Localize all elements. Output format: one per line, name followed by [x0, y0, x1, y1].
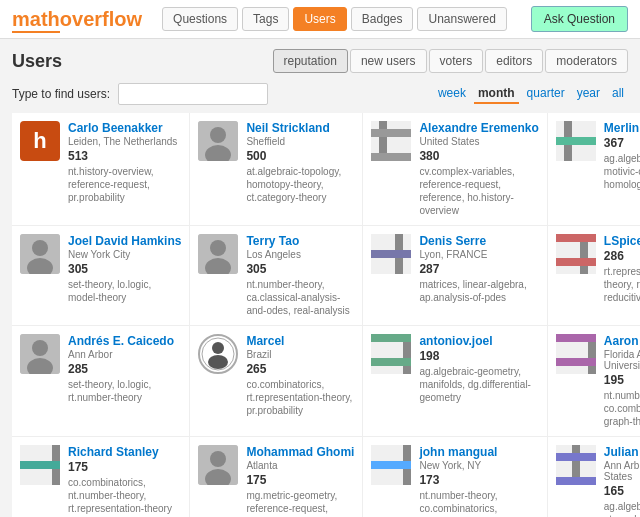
user-name[interactable]: Aaron Meyerowitz	[604, 334, 640, 348]
svg-rect-79	[371, 266, 379, 274]
filter-editors[interactable]: editors	[485, 49, 543, 73]
user-reputation: 380	[419, 149, 538, 163]
user-name[interactable]: Julian Rosen	[604, 445, 640, 459]
svg-rect-143	[580, 334, 588, 342]
nav-tags[interactable]: Tags	[242, 7, 289, 31]
user-avatar	[20, 334, 60, 374]
search-input[interactable]	[118, 83, 268, 105]
user-info: Julian Rosen Ann Arbor, MI, United State…	[604, 445, 640, 517]
filter-moderators[interactable]: moderators	[545, 49, 628, 73]
svg-rect-150	[556, 350, 564, 358]
user-info: Merlin 367 ag.algebraic-geometry, motivi…	[604, 121, 640, 191]
svg-rect-104	[556, 266, 564, 274]
filter-new-users[interactable]: new users	[350, 49, 427, 73]
svg-rect-189	[52, 477, 60, 485]
svg-rect-165	[20, 445, 28, 453]
user-tags: ag.algebraic-geometry, motivic-cohomolog…	[604, 152, 640, 191]
svg-rect-119	[403, 334, 411, 342]
user-location: Ann Arbor	[68, 349, 181, 360]
svg-rect-234	[564, 469, 572, 477]
user-card: john mangual New York, NY 173 nt.number-…	[363, 437, 547, 517]
svg-rect-95	[564, 250, 572, 258]
svg-rect-224	[564, 453, 572, 461]
user-location: New York City	[68, 249, 181, 260]
svg-rect-197	[403, 445, 411, 453]
svg-rect-22	[403, 145, 411, 153]
user-name[interactable]: Neil Strickland	[246, 121, 354, 135]
svg-rect-49	[564, 153, 572, 161]
svg-rect-228	[556, 461, 564, 469]
svg-rect-239	[564, 477, 572, 485]
nav-users[interactable]: Users	[293, 7, 346, 31]
svg-rect-17	[403, 137, 411, 145]
user-name[interactable]: john mangual	[419, 445, 538, 459]
nav-unanswered[interactable]: Unanswered	[417, 7, 506, 31]
time-filter-all[interactable]: all	[608, 84, 628, 104]
svg-rect-137	[387, 366, 395, 374]
svg-rect-206	[395, 461, 403, 469]
svg-rect-25	[387, 153, 395, 161]
svg-rect-158	[580, 358, 588, 366]
svg-rect-149	[588, 342, 596, 350]
svg-rect-76	[387, 258, 395, 266]
svg-rect-226	[580, 453, 588, 461]
svg-rect-236	[580, 469, 588, 477]
user-name[interactable]: Terry Tao	[246, 234, 354, 248]
svg-rect-168	[44, 445, 52, 453]
filter-reputation[interactable]: reputation	[273, 49, 348, 73]
svg-rect-85	[564, 234, 572, 242]
user-name[interactable]: Andrés E. Caicedo	[68, 334, 181, 348]
user-name[interactable]: Marcel	[246, 334, 354, 348]
user-name[interactable]: Richard Stanley	[68, 445, 181, 459]
svg-rect-108	[588, 266, 596, 274]
svg-rect-124	[403, 342, 411, 350]
svg-rect-84	[556, 234, 564, 242]
svg-point-1	[210, 127, 226, 143]
svg-rect-212	[403, 469, 411, 477]
user-name[interactable]: Mohammad Ghomi	[246, 445, 354, 459]
svg-rect-50	[572, 153, 580, 161]
svg-rect-210	[387, 469, 395, 477]
time-filter-week[interactable]: week	[434, 84, 470, 104]
svg-rect-100	[564, 258, 572, 266]
user-name[interactable]: LSpice	[604, 234, 640, 248]
filter-voters[interactable]: voters	[429, 49, 484, 73]
svg-rect-233	[556, 469, 564, 477]
svg-rect-135	[371, 366, 379, 374]
time-filter-quarter[interactable]: quarter	[523, 84, 569, 104]
svg-rect-187	[36, 477, 44, 485]
avatar	[198, 445, 238, 485]
user-reputation: 175	[68, 460, 181, 474]
svg-rect-117	[387, 334, 395, 342]
svg-rect-91	[572, 242, 580, 250]
svg-rect-26	[395, 153, 403, 161]
svg-rect-174	[52, 453, 60, 461]
user-avatar	[20, 234, 60, 274]
user-avatar	[371, 334, 411, 374]
user-name[interactable]: antoniov.joel	[419, 334, 538, 348]
time-filter-month[interactable]: month	[474, 84, 519, 104]
user-card: Denis Serre Lyon, FRANCE 287 matrices, l…	[363, 226, 547, 326]
svg-rect-241	[580, 477, 588, 485]
user-name[interactable]: Denis Serre	[419, 234, 538, 248]
ask-question-button[interactable]: Ask Question	[531, 6, 628, 32]
svg-point-54	[32, 240, 48, 256]
svg-rect-204	[379, 461, 387, 469]
user-card: Neil Strickland Sheffield 500 at.algebra…	[190, 113, 363, 226]
site-logo[interactable]: mathoverflow	[12, 8, 142, 31]
user-name[interactable]: Alexandre Eremenko	[419, 121, 538, 135]
user-card: Joel David Hamkins New York City 305 set…	[12, 226, 190, 326]
user-reputation: 195	[604, 373, 640, 387]
svg-rect-227	[588, 453, 596, 461]
nav-badges[interactable]: Badges	[351, 7, 414, 31]
user-avatar	[198, 334, 238, 374]
svg-rect-65	[379, 242, 387, 250]
time-filter-year[interactable]: year	[573, 84, 604, 104]
user-name[interactable]: Carlo Beenakker	[68, 121, 181, 135]
svg-rect-140	[556, 334, 564, 342]
user-card: Andrés E. Caicedo Ann Arbor 285 set-theo…	[12, 326, 190, 437]
nav-questions[interactable]: Questions	[162, 7, 238, 31]
user-name[interactable]: Joel David Hamkins	[68, 234, 181, 248]
user-name[interactable]: Merlin	[604, 121, 640, 135]
svg-rect-184	[52, 469, 60, 477]
